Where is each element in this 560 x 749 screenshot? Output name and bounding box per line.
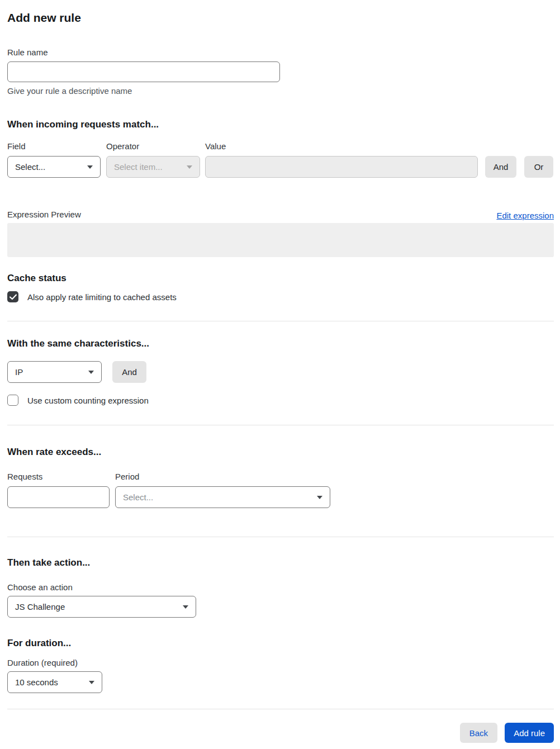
rule-name-label: Rule name (7, 47, 554, 58)
field-select-value: Select... (15, 162, 45, 172)
rule-name-helper: Give your rule a descriptive name (7, 86, 554, 97)
requests-input[interactable] (7, 486, 110, 508)
or-button[interactable]: Or (524, 156, 553, 178)
dropdown-arrow-icon (87, 165, 93, 169)
characteristic-select-value: IP (15, 367, 23, 377)
and-button[interactable]: And (485, 156, 516, 178)
dropdown-arrow-icon (183, 605, 188, 609)
duration-select[interactable]: 10 seconds (7, 671, 102, 693)
operator-select-value: Select item... (114, 162, 163, 172)
custom-counting-label: Use custom counting expression (27, 396, 149, 405)
duration-heading: For duration... (7, 637, 554, 650)
field-select[interactable]: Select... (7, 156, 101, 178)
choose-action-label: Choose an action (7, 582, 554, 593)
dropdown-arrow-icon (89, 681, 94, 684)
cached-assets-checkbox[interactable] (7, 291, 18, 302)
period-select-value: Select... (123, 492, 153, 502)
divider (7, 425, 554, 425)
duration-label: Duration (required) (7, 657, 554, 669)
period-label: Period (115, 471, 330, 482)
operator-label: Operator (106, 141, 200, 152)
divider (7, 321, 554, 321)
characteristic-select[interactable]: IP (7, 361, 102, 383)
cached-assets-label: Also apply rate limiting to cached asset… (27, 292, 177, 302)
characteristics-heading: With the same characteristics... (7, 338, 554, 350)
edit-expression-link[interactable]: Edit expression (496, 211, 554, 220)
action-select-value: JS Challenge (15, 602, 65, 611)
divider (7, 537, 554, 537)
dropdown-arrow-icon (88, 371, 94, 374)
value-input[interactable] (205, 156, 478, 178)
custom-counting-checkbox[interactable] (7, 395, 18, 406)
expression-preview-box (7, 223, 554, 257)
add-rule-button[interactable]: Add rule (505, 723, 554, 743)
match-heading: When incoming requests match... (7, 118, 554, 131)
checkmark-icon (10, 294, 17, 300)
dropdown-arrow-icon (187, 165, 192, 169)
dropdown-arrow-icon (317, 496, 322, 499)
action-heading: Then take action... (7, 557, 554, 569)
field-label: Field (7, 141, 101, 152)
rule-name-input[interactable] (7, 61, 280, 82)
operator-select[interactable]: Select item... (106, 156, 200, 178)
divider (7, 709, 554, 709)
action-select[interactable]: JS Challenge (7, 596, 196, 618)
cache-status-heading: Cache status (7, 272, 554, 285)
expression-preview-label: Expression Preview (7, 209, 81, 220)
requests-label: Requests (7, 471, 110, 482)
duration-select-value: 10 seconds (15, 677, 58, 687)
page-title: Add new rule (7, 11, 554, 25)
back-button[interactable]: Back (460, 723, 497, 743)
period-select[interactable]: Select... (115, 486, 330, 508)
rate-heading: When rate exceeds... (7, 446, 554, 458)
characteristic-and-button[interactable]: And (112, 361, 146, 383)
add-rule-form: Add new rule Rule name Give your rule a … (0, 11, 560, 749)
value-label: Value (205, 141, 478, 152)
